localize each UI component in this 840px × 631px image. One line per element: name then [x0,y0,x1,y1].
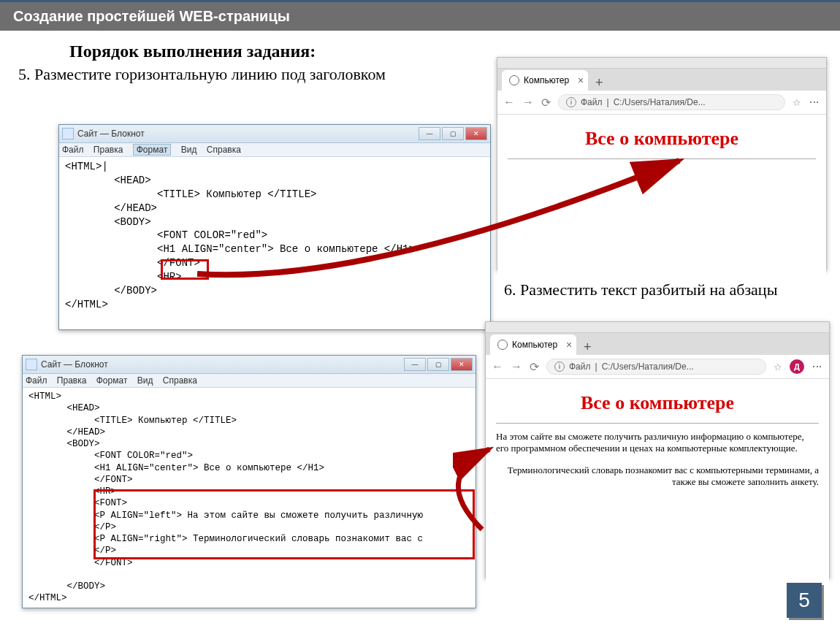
notepad-icon [62,128,74,139]
maximize-button[interactable]: ▢ [427,358,449,371]
page-heading: Все о компьютере [496,392,819,414]
menubar: Файл Правка Формат Вид Справка [23,374,476,388]
menu-edit[interactable]: Правка [57,375,87,386]
address-bar[interactable]: i Файл | C:/Users/Наталия/De... [558,94,785,110]
menu-icon[interactable]: ⋮ [809,97,820,107]
address-bar[interactable]: i Файл | C:/Users/Наталия/De... [546,359,766,375]
url-scheme: Файл [581,97,603,107]
info-icon: i [566,97,576,107]
profile-avatar[interactable]: Д [790,359,804,374]
back-button[interactable]: ← [492,360,503,373]
titlebar: Сайт — Блокнот — ▢ ✕ [59,125,490,143]
close-button[interactable]: ✕ [451,358,473,371]
notepad-window-2: Сайт — Блокнот — ▢ ✕ Файл Правка Формат … [22,355,476,608]
info-icon: i [554,362,565,372]
horizontal-rule [508,158,816,159]
horizontal-rule [496,423,819,424]
menu-format[interactable]: Формат [133,144,172,156]
tab-strip: Компьютер × + [486,333,829,355]
titlebar: Сайт — Блокнот — ▢ ✕ [23,356,476,374]
tab-strip: Компьютер × + [497,69,826,91]
minimize-button[interactable]: — [404,358,426,371]
url-path: C:/Users/Наталия/De... [602,362,694,372]
menu-icon[interactable]: ⋮ [812,362,823,372]
notepad-window-1: Сайт — Блокнот — ▢ ✕ Файл Правка Формат … [58,124,491,330]
paragraph-left: На этом сайте вы сможете получить различ… [496,431,819,454]
new-tab-button[interactable]: + [595,75,603,91]
bookmark-icon[interactable]: ☆ [793,97,801,108]
toolbar: ← → ⟳ i Файл | C:/Users/Наталия/De... ☆ … [497,91,826,115]
menu-help[interactable]: Справка [163,375,197,386]
menu-help[interactable]: Справка [207,145,241,155]
window-title: Сайт — Блокнот [41,359,404,370]
minimize-button[interactable]: — [419,127,440,140]
browser-window-2: Компьютер × + ← → ⟳ i Файл | C:/Users/На… [485,321,830,578]
close-tab-icon[interactable]: × [566,339,572,351]
menu-view[interactable]: Вид [137,375,153,386]
back-button[interactable]: ← [503,96,515,109]
step-5-text: 5. Разместите горизонтальную линию под з… [18,65,486,84]
reload-button[interactable]: ⟳ [530,360,539,374]
highlight-box-hr [161,259,209,280]
globe-icon [509,75,519,85]
page-content: Все о компьютере На этом сайте вы сможет… [486,379,829,588]
bookmark-icon[interactable]: ☆ [774,362,782,372]
browser-tab[interactable]: Компьютер × [502,70,588,91]
tab-title: Компьютер [524,75,569,85]
url-path: C:/Users/Наталия/De... [614,97,706,107]
notepad-icon [26,359,37,370]
highlight-box-paragraphs [93,489,475,559]
browser-window-1: Компьютер × + ← → ⟳ i Файл | C:/Users/На… [497,57,827,270]
menu-edit[interactable]: Правка [93,145,123,155]
toolbar: ← → ⟳ i Файл | C:/Users/Наталия/De... ☆ … [486,355,829,379]
globe-icon [497,340,508,350]
tab-title: Компьютер [512,340,557,350]
forward-button[interactable]: → [511,360,522,373]
close-button[interactable]: ✕ [465,127,487,140]
url-scheme: Файл [569,362,591,372]
menubar: Файл Правка Формат Вид Справка [59,143,490,157]
window-chrome [486,322,829,333]
paragraph-right: Терминологический словарь познакомит вас… [496,464,819,488]
browser-tab[interactable]: Компьютер × [490,334,576,355]
page-number: 5 [787,583,822,618]
page-content: Все о компьютере [497,115,826,280]
maximize-button[interactable]: ▢ [442,127,464,140]
window-chrome [497,58,826,69]
menu-view[interactable]: Вид [181,145,197,155]
editor-body[interactable]: <HTML>| <HEAD> <TITLE> Компьютер </TITLE… [59,157,490,315]
menu-file[interactable]: Файл [62,145,84,155]
window-title: Сайт — Блокнот [77,129,419,139]
forward-button[interactable]: → [522,96,534,109]
step-6-text: 6. Разместить текст разбитый на абзацы [504,280,825,299]
close-tab-icon[interactable]: × [578,74,584,86]
page-heading: Все о компьютере [508,128,816,150]
reload-button[interactable]: ⟳ [541,96,551,110]
new-tab-button[interactable]: + [584,340,592,355]
menu-file[interactable]: Файл [26,375,47,386]
menu-format[interactable]: Формат [96,375,128,386]
slide-title: Создание простейшей WEB-страницы [0,0,840,31]
